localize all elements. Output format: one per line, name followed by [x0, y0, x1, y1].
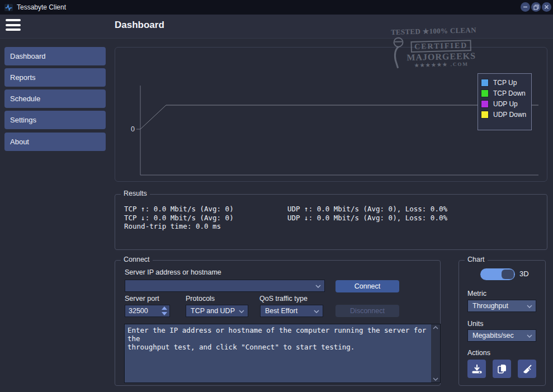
scroll-up-icon[interactable] [433, 326, 438, 329]
server-ip-combobox[interactable] [125, 280, 325, 292]
legend-item: UDP Down [481, 109, 531, 120]
maximize-icon [533, 4, 539, 10]
3d-toggle[interactable] [480, 268, 515, 280]
legend-label: TCP Up [493, 79, 517, 87]
legend-item: TCP Up [481, 77, 531, 88]
status-log-textarea[interactable]: Enter the IP address or hostname of the … [124, 324, 441, 383]
3d-toggle-label: 3D [519, 270, 529, 278]
sidebar-item-label: Reports [10, 73, 36, 82]
tcp-up-swatch [481, 79, 489, 87]
app-header: Dashboard [0, 15, 553, 39]
protocols-label: Protocols [186, 295, 215, 303]
metric-label: Metric [467, 290, 486, 297]
textarea-scrollbar[interactable] [431, 324, 440, 382]
udp-down-result: UDP ↓: 0.0 Mbit/s (Avg: 0), Loss: 0.0% [287, 214, 447, 223]
minimize-button[interactable] [521, 2, 530, 12]
server-port-spinner[interactable]: 32500 [125, 305, 170, 317]
server-port-value: 32500 [125, 305, 159, 317]
results-title: Results [121, 190, 150, 197]
sidebar-item-schedule[interactable]: Schedule [4, 89, 106, 108]
chevron-down-icon [314, 310, 319, 313]
protocols-value: TCP and UDP [191, 307, 235, 315]
units-dropdown[interactable]: Megabits/sec [467, 329, 536, 342]
connect-groupbox: Connect Server IP address or hostname Co… [115, 260, 441, 386]
close-button[interactable] [542, 2, 551, 12]
save-chart-button[interactable] [467, 360, 486, 378]
udp-up-result: UDP ↑: 0.0 Mbit/s (Avg: 0), Loss: 0.0% [287, 205, 447, 214]
server-port-label: Server port [125, 295, 159, 303]
metric-value: Throughput [472, 302, 508, 310]
tcp-down-result: TCP ↓: 0.0 Mbit/s (Avg: 0) [124, 214, 234, 223]
chevron-down-icon [315, 285, 321, 288]
disconnect-button[interactable]: Disconnect [335, 305, 399, 317]
chart-legend: TCP Up TCP Down UDP Up UDP Down [478, 73, 532, 130]
sidebar-item-label: Settings [10, 116, 36, 124]
clear-chart-button[interactable] [518, 360, 536, 378]
chevron-down-icon [239, 310, 244, 313]
chart-options-title: Chart [465, 256, 488, 263]
qos-label: QoS traffic type [259, 295, 308, 303]
throughput-chart-panel: 0 TCP Up TCP Down UDP Up UDP Down [115, 47, 547, 182]
chart-options-groupbox: Chart 3D Metric Throughput Units Megabit… [459, 260, 546, 386]
metric-dropdown[interactable]: Throughput [467, 300, 536, 312]
spinner-arrows[interactable] [159, 305, 169, 317]
sidebar-item-settings[interactable]: Settings [4, 111, 106, 129]
save-icon [471, 363, 483, 375]
minimize-icon [523, 4, 528, 10]
udp-up-swatch [481, 100, 489, 108]
legend-label: UDP Up [493, 100, 518, 108]
toggle-knob [502, 270, 514, 279]
qos-dropdown[interactable]: Best Effort [260, 305, 323, 317]
actions-label: Actions [467, 349, 490, 357]
tcp-up-result: TCP ↑: 0.0 Mbit/s (Avg: 0) [124, 205, 234, 214]
qos-value: Best Effort [265, 307, 297, 315]
app-logo-icon [4, 4, 13, 11]
round-trip-result: Round-trip time: 0.0 ms [124, 222, 234, 231]
protocols-dropdown[interactable]: TCP and UDP [186, 305, 248, 317]
window-title: Tessabyte Client [17, 3, 66, 11]
tcp-down-swatch [481, 89, 489, 97]
sidebar-item-dashboard[interactable]: Dashboard [4, 47, 106, 65]
results-groupbox: Results TCP ↑: 0.0 Mbit/s (Avg: 0) TCP ↓… [115, 194, 547, 250]
chevron-down-icon [527, 305, 532, 308]
copy-chart-button[interactable] [493, 360, 511, 378]
sidebar-item-about[interactable]: About [4, 133, 106, 151]
sidebar-item-label: Schedule [10, 95, 40, 103]
title-bar: Tessabyte Client [0, 0, 553, 15]
spin-down-icon[interactable] [162, 312, 167, 315]
server-ip-label: Server IP address or hostname [125, 268, 221, 276]
legend-label: TCP Down [493, 89, 526, 97]
status-log-text: Enter the IP address or hostname of the … [127, 326, 428, 351]
scroll-down-icon[interactable] [433, 377, 438, 381]
sidebar-item-label: Dashboard [10, 52, 46, 60]
chevron-down-icon [527, 334, 532, 338]
sidebar-item-reports[interactable]: Reports [4, 68, 106, 87]
connect-title: Connect [121, 256, 153, 263]
legend-item: UDP Up [481, 98, 531, 109]
legend-label: UDP Down [493, 111, 526, 119]
menu-hamburger-icon[interactable] [6, 19, 21, 33]
copy-icon [497, 363, 508, 375]
close-icon [544, 4, 549, 10]
sidebar-item-label: About [10, 138, 29, 146]
connect-button[interactable]: Connect [335, 280, 399, 292]
page-title: Dashboard [115, 20, 164, 31]
units-value: Megabits/sec [472, 332, 514, 339]
units-label: Units [467, 320, 483, 328]
spin-up-icon[interactable] [162, 306, 167, 310]
clear-broom-icon [522, 363, 533, 375]
maximize-button[interactable] [531, 2, 541, 12]
y-axis-zero-tick: 0 [131, 125, 135, 133]
udp-down-swatch [481, 111, 489, 119]
legend-item: TCP Down [481, 88, 531, 98]
